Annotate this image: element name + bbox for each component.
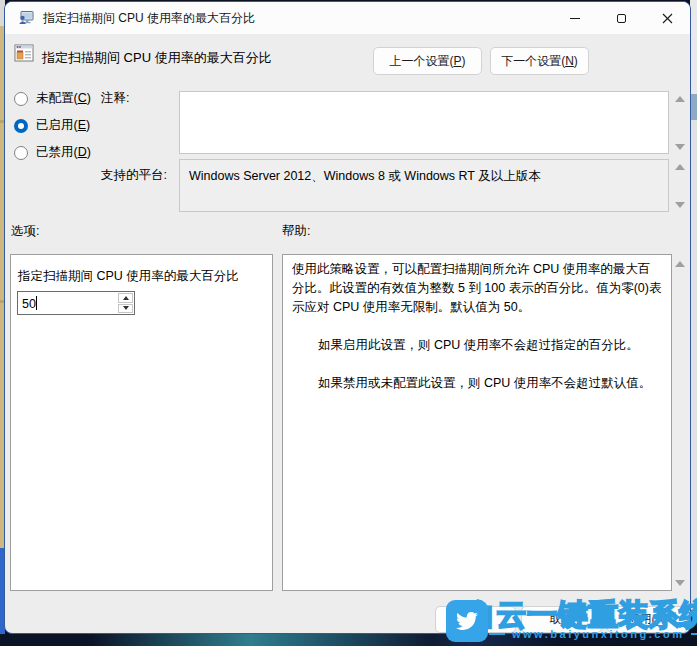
policy-setting-dialog: 指定扫描期间 CPU 使用率的最大百分比 <box>4 1 691 634</box>
caption-buttons <box>552 2 690 34</box>
watermark-url: www.baiyunxitong.com <box>489 628 697 640</box>
maximize-button[interactable] <box>598 2 644 34</box>
policy-setting-icon <box>14 43 34 63</box>
radio-enabled-circle[interactable] <box>14 119 28 133</box>
next-setting-accel: N <box>565 54 574 68</box>
radio-not-configured-circle[interactable] <box>14 92 28 106</box>
previous-setting-button[interactable]: 上一个设置(P) <box>373 47 482 75</box>
radio-enabled[interactable]: 已启用(E) <box>14 117 90 134</box>
cpu-percentage-spinner[interactable]: 50 <box>17 291 135 315</box>
radio-enabled-label: 已启用(E) <box>36 117 90 134</box>
minimize-button[interactable] <box>552 2 598 34</box>
titlebar: 指定扫描期间 CPU 使用率的最大百分比 <box>5 2 690 34</box>
next-setting-label-end: ) <box>574 54 578 68</box>
scroll-up-icon[interactable] <box>675 164 685 170</box>
watermark-url-text: www.baiyunxitong.com <box>512 628 684 640</box>
close-button[interactable] <box>644 2 690 34</box>
spin-up-icon <box>123 296 129 300</box>
window-title: 指定扫描期间 CPU 使用率的最大百分比 <box>43 10 255 27</box>
help-paragraph: 如果启用此设置，则 CPU 使用率不会超过指定的百分比。 <box>292 336 662 355</box>
watermark-dash-right <box>691 633 697 635</box>
minimize-icon <box>570 18 580 19</box>
radio-disabled-circle[interactable] <box>14 146 28 160</box>
page-title: 指定扫描期间 CPU 使用率的最大百分比 <box>42 49 272 67</box>
radio-not-configured[interactable]: 未配置(C) <box>14 90 91 107</box>
spin-down-icon <box>123 306 129 310</box>
close-icon <box>662 13 673 24</box>
help-paragraph: 使用此策略设置，可以配置扫描期间所允许 CPU 使用率的最大百分比。此设置的有效… <box>292 260 662 317</box>
radio-disabled[interactable]: 已禁用(D) <box>14 144 91 161</box>
next-setting-button[interactable]: 下一个设置(N) <box>490 47 589 75</box>
comment-scrollbar[interactable] <box>673 93 687 153</box>
cpu-percentage-input[interactable]: 50 <box>18 292 117 314</box>
desktop-edge-right <box>690 0 697 646</box>
previous-setting-accel: P <box>453 54 461 68</box>
help-scrollbar[interactable] <box>673 258 687 589</box>
maximize-icon <box>617 14 626 23</box>
radio-not-configured-label: 未配置(C) <box>36 90 91 107</box>
spinner-buttons <box>117 292 134 314</box>
help-panel: 使用此策略设置，可以配置扫描期间所允许 CPU 使用率的最大百分比。此设置的有效… <box>282 254 672 591</box>
text-caret <box>36 296 37 310</box>
scroll-down-icon[interactable] <box>675 202 685 208</box>
watermark-twitter-icon <box>446 600 488 642</box>
scroll-up-icon[interactable] <box>675 96 685 102</box>
scroll-up-icon[interactable] <box>675 261 685 267</box>
supported-on-label: 支持的平台: <box>101 167 167 184</box>
comment-textarea[interactable] <box>179 91 669 154</box>
options-section-label: 选项: <box>11 223 39 240</box>
policy-app-icon <box>18 10 34 26</box>
previous-setting-label: 上一个设置( <box>389 53 453 70</box>
scroll-down-icon[interactable] <box>675 580 685 586</box>
comment-label: 注释: <box>101 90 129 107</box>
supported-on-value: Windows Server 2012、Windows 8 或 Windows … <box>179 159 669 212</box>
spinner-down-button[interactable] <box>118 304 133 314</box>
help-paragraph: 如果禁用或未配置此设置，则 CPU 使用率不会超过默认值。 <box>292 374 662 393</box>
next-setting-label: 下一个设置( <box>501 53 565 70</box>
radio-disabled-label: 已禁用(D) <box>36 144 91 161</box>
scroll-down-icon[interactable] <box>675 144 685 150</box>
supported-on-scrollbar[interactable] <box>673 161 687 211</box>
previous-setting-label-end: ) <box>462 54 466 68</box>
watermark-dash-left <box>489 633 505 635</box>
help-section-label: 帮助: <box>282 223 310 240</box>
spinner-up-button[interactable] <box>118 293 133 303</box>
screen: 指定扫描期间 CPU 使用率的最大百分比 <box>0 0 697 646</box>
cpu-percentage-label: 指定扫描期间 CPU 使用率的最大百分比 <box>18 268 268 285</box>
